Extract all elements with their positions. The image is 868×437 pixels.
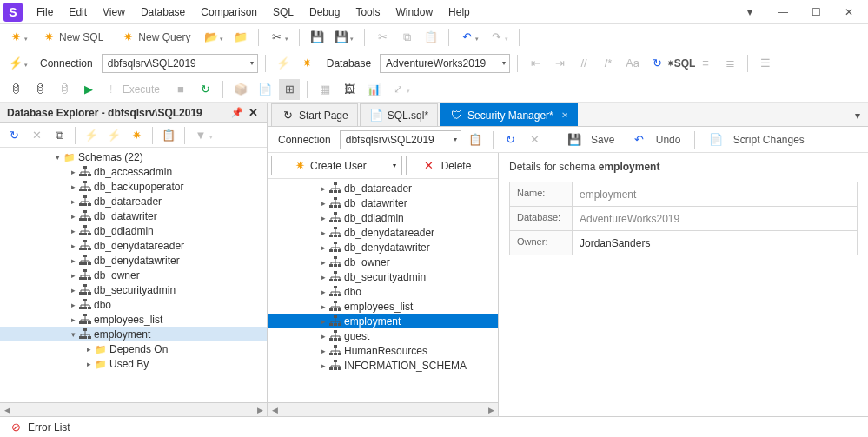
- expand-icon[interactable]: ⤢: [388, 79, 414, 100]
- stop-icon[interactable]: ■: [170, 79, 191, 100]
- tree-node[interactable]: ▸db_securityadmin: [0, 282, 267, 297]
- plug3-icon[interactable]: ✷: [126, 125, 147, 146]
- db-icon-2[interactable]: 🛢: [30, 79, 50, 100]
- indent-right-icon[interactable]: ⇥: [549, 53, 570, 74]
- tree-node[interactable]: ▸db_owner: [0, 268, 267, 282]
- dropdown-icon[interactable]: ▾: [734, 2, 765, 23]
- save-all-icon[interactable]: 💾: [331, 27, 357, 48]
- menu-help[interactable]: Help: [441, 3, 477, 22]
- maximize-button[interactable]: ☐: [800, 2, 832, 23]
- tab-menu-icon[interactable]: ▾: [847, 105, 868, 126]
- table-icon[interactable]: ▦: [315, 79, 335, 100]
- refresh-icon[interactable]: ↻: [646, 53, 667, 74]
- tree-node[interactable]: ▸dbo: [0, 297, 267, 312]
- tree-node[interactable]: ▸db_ddladmin: [268, 210, 498, 225]
- chart-icon[interactable]: 📊: [363, 79, 384, 100]
- sm-cancel-icon[interactable]: ✕: [525, 129, 546, 150]
- box-icon[interactable]: 📦: [230, 79, 251, 100]
- database-combo[interactable]: AdventureWorks2019▾: [380, 54, 510, 73]
- h-scrollbar[interactable]: ◀▶: [0, 402, 267, 416]
- list-icon[interactable]: ☰: [755, 53, 776, 74]
- connection-combo[interactable]: dbfsqlsrv\SQL2019▾: [102, 54, 258, 73]
- h-scrollbar-mid[interactable]: ◀▶: [268, 402, 498, 416]
- sm-connection-combo[interactable]: dbfsqlsrv\SQL2019▾: [340, 130, 461, 149]
- tree-node[interactable]: ▸db_backupoperator: [0, 179, 267, 194]
- tree-node[interactable]: ▾Schemas (22): [0, 149, 267, 164]
- tree-node[interactable]: ▾employment: [0, 327, 267, 341]
- owner-field[interactable]: [573, 231, 857, 255]
- tree-node[interactable]: ▸db_datareader: [268, 181, 498, 195]
- menu-comparison[interactable]: Comparison: [194, 3, 264, 22]
- tree-node[interactable]: ▸employment: [268, 314, 498, 328]
- tree-node[interactable]: ▸db_accessadmin: [0, 164, 267, 179]
- tab-security-manager[interactable]: 🛡 Security Manager* ✕: [440, 103, 578, 126]
- undo-icon[interactable]: ↶: [456, 27, 482, 48]
- panel-close-icon[interactable]: ✕: [246, 106, 260, 120]
- create-user-dropdown[interactable]: ▾: [388, 156, 401, 175]
- tree-node[interactable]: ▸db_datawriter: [0, 209, 267, 223]
- folder-icon[interactable]: 📁: [230, 27, 251, 48]
- tree-node[interactable]: ▸db_datareader: [0, 194, 267, 209]
- plug2-icon[interactable]: ⚡: [103, 125, 124, 146]
- filter-icon[interactable]: ▼: [190, 125, 216, 146]
- new-item-icon[interactable]: ✷: [5, 27, 31, 48]
- close-button[interactable]: ✕: [833, 2, 865, 23]
- cut-icon[interactable]: ✂: [372, 27, 393, 48]
- tree-node[interactable]: ▸employees_list: [0, 312, 267, 327]
- sql-tool-icon[interactable]: ✷SQL: [671, 53, 692, 74]
- menu-tools[interactable]: Tools: [348, 3, 387, 22]
- database-field[interactable]: [573, 207, 857, 230]
- tree-node[interactable]: ▸db_datawriter: [268, 195, 498, 210]
- copy2-icon[interactable]: ⧉: [49, 125, 70, 146]
- redo-icon[interactable]: ↷: [486, 27, 512, 48]
- pin-icon[interactable]: 📌: [230, 106, 244, 120]
- tab-sql[interactable]: 📄 SQL.sql*: [360, 103, 438, 126]
- new-sql-button[interactable]: ✷New SQL: [35, 27, 110, 48]
- tree-node[interactable]: ▸db_denydatareader: [268, 225, 498, 240]
- refresh3-icon[interactable]: ↻: [195, 79, 215, 100]
- clipboard-icon[interactable]: 📋: [158, 125, 179, 146]
- grid-icon[interactable]: ⊞: [279, 79, 300, 100]
- execute-button[interactable]: ! Execute: [103, 79, 167, 100]
- tree-node[interactable]: ▸Depends On: [0, 341, 267, 356]
- sm-copy-icon[interactable]: 📋: [465, 129, 486, 150]
- case-icon[interactable]: Aa: [622, 53, 643, 74]
- new-query-button[interactable]: ✷New Query: [114, 27, 197, 48]
- tree-node[interactable]: ▸guest: [268, 328, 498, 343]
- undo-button[interactable]: ↶ Undo: [625, 129, 687, 150]
- tree-node[interactable]: ▸db_securityadmin: [268, 269, 498, 284]
- doc-icon[interactable]: 📄: [255, 79, 275, 100]
- format2-icon[interactable]: ≣: [719, 53, 740, 74]
- connection-icon[interactable]: ⚡: [5, 53, 31, 74]
- image-icon[interactable]: 🖼: [339, 79, 360, 100]
- paste-icon[interactable]: 📋: [421, 27, 441, 48]
- security-tree[interactable]: ▸db_datareader▸db_datawriter▸db_ddladmin…: [268, 179, 498, 402]
- tree-node[interactable]: ▸db_owner: [268, 255, 498, 269]
- menu-debug[interactable]: Debug: [302, 3, 347, 22]
- save-button[interactable]: 💾 Save: [560, 129, 622, 150]
- name-field[interactable]: [573, 182, 857, 206]
- run-icon[interactable]: ▶: [78, 79, 99, 100]
- cut-dropdown-icon[interactable]: ✂: [266, 27, 292, 48]
- menu-view[interactable]: View: [96, 3, 132, 22]
- tab-start-page[interactable]: ↻ Start Page: [271, 103, 358, 126]
- sm-refresh-icon[interactable]: ↻: [500, 129, 521, 150]
- save-icon[interactable]: 💾: [307, 27, 328, 48]
- format-icon[interactable]: ≡: [695, 53, 716, 74]
- explorer-tree[interactable]: ▾Schemas (22)▸db_accessadmin▸db_backupop…: [0, 148, 267, 402]
- menu-sql[interactable]: SQL: [266, 3, 301, 22]
- delete-icon[interactable]: ✕: [26, 125, 47, 146]
- tree-node[interactable]: ▸db_denydatareader: [0, 238, 267, 253]
- disconnect-icon[interactable]: ⚡: [273, 53, 294, 74]
- db-icon-1[interactable]: 🛢: [5, 79, 26, 100]
- indent-left-icon[interactable]: ⇤: [525, 53, 546, 74]
- tree-node[interactable]: ▸employees_list: [268, 299, 498, 314]
- error-list-label[interactable]: Error List: [28, 421, 70, 434]
- copy-icon[interactable]: ⧉: [396, 27, 417, 48]
- tree-node[interactable]: ▸dbo: [268, 284, 498, 299]
- create-user-button[interactable]: ✷Create User ▾: [271, 156, 402, 175]
- menu-window[interactable]: Window: [388, 3, 440, 22]
- uncomment-icon[interactable]: /*: [598, 53, 619, 74]
- plug-icon[interactable]: ⚡: [81, 125, 102, 146]
- close-tab-icon[interactable]: ✕: [561, 110, 568, 120]
